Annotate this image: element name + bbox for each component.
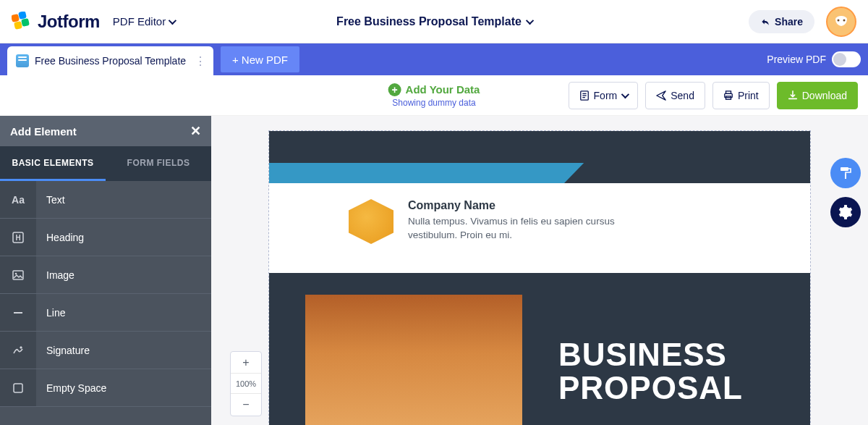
print-label: Print bbox=[738, 90, 759, 101]
brand-text: Jotform bbox=[38, 12, 100, 32]
element-label: Signature bbox=[36, 345, 90, 356]
document-tab-title: Free Business Proposal Template bbox=[35, 55, 186, 67]
download-icon bbox=[788, 91, 798, 101]
form-dropdown-button[interactable]: Form bbox=[569, 82, 639, 109]
print-icon bbox=[723, 91, 733, 101]
tab-form-fields[interactable]: FORM FIELDS bbox=[106, 146, 211, 181]
close-sidebar-button[interactable]: ✕ bbox=[190, 123, 201, 139]
logo[interactable]: Jotform bbox=[12, 12, 100, 32]
gear-icon bbox=[838, 205, 853, 219]
svg-rect-3 bbox=[21, 18, 30, 27]
plus-icon: + bbox=[232, 54, 239, 66]
element-empty-space[interactable]: Empty Space bbox=[0, 369, 211, 407]
svg-rect-1 bbox=[18, 12, 27, 20]
pdf-page[interactable]: Company Name Nulla tempus. Vivamus in fe… bbox=[268, 130, 811, 425]
svg-rect-19 bbox=[14, 384, 22, 392]
hero-title: BUSINESS PROPOSAL bbox=[558, 338, 743, 425]
avatar-icon bbox=[831, 12, 851, 32]
print-button[interactable]: Print bbox=[712, 82, 770, 109]
plus-circle-icon: + bbox=[388, 83, 401, 96]
image-icon bbox=[0, 256, 36, 293]
share-button[interactable]: Share bbox=[749, 10, 814, 33]
zoom-control: + 100% − bbox=[230, 351, 262, 416]
new-pdf-label: New PDF bbox=[242, 54, 288, 66]
editor-mode-dropdown[interactable]: PDF Editor bbox=[113, 15, 174, 28]
line-icon bbox=[0, 294, 36, 331]
settings-button[interactable] bbox=[830, 197, 861, 227]
element-heading[interactable]: HHeading bbox=[0, 219, 211, 256]
element-signature[interactable]: Signature bbox=[0, 332, 211, 369]
element-label: Text bbox=[36, 194, 65, 206]
svg-point-17 bbox=[15, 272, 17, 274]
hero-line-2: PROPOSAL bbox=[558, 371, 743, 405]
canvas[interactable]: Company Name Nulla tempus. Vivamus in fe… bbox=[211, 116, 868, 425]
company-name: Company Name bbox=[408, 199, 625, 212]
add-data-label: Add Your Data bbox=[406, 83, 480, 96]
element-text[interactable]: AaText bbox=[0, 181, 211, 219]
doc-title-dropdown[interactable]: Free Business Proposal Template bbox=[336, 15, 532, 28]
zoom-level: 100% bbox=[231, 374, 261, 394]
form-icon bbox=[579, 91, 590, 101]
svg-rect-20 bbox=[841, 167, 848, 171]
element-label: Image bbox=[36, 269, 75, 281]
paint-roller-button[interactable] bbox=[830, 158, 861, 188]
svg-rect-21 bbox=[845, 174, 846, 179]
svg-text:H: H bbox=[15, 234, 20, 242]
send-button[interactable]: Send bbox=[645, 82, 705, 109]
company-logo bbox=[349, 199, 393, 244]
sidebar-title: Add Element bbox=[10, 125, 77, 138]
hero-line-1: BUSINESS bbox=[558, 338, 743, 371]
element-sidebar: Add Element ✕ BASIC ELEMENTS FORM FIELDS… bbox=[0, 116, 211, 425]
element-label: Empty Space bbox=[36, 382, 106, 394]
download-button[interactable]: Download bbox=[777, 82, 858, 109]
form-label: Form bbox=[594, 90, 618, 101]
page-header-dark bbox=[269, 131, 810, 163]
send-label: Send bbox=[671, 90, 694, 101]
heading-icon: H bbox=[0, 219, 36, 256]
hero-image bbox=[305, 295, 522, 425]
add-data-button[interactable]: + Add Your Data bbox=[388, 83, 480, 96]
element-label: Line bbox=[36, 307, 65, 319]
doc-title: Free Business Proposal Template bbox=[336, 15, 522, 28]
zoom-in-button[interactable]: + bbox=[231, 352, 261, 374]
download-label: Download bbox=[802, 90, 847, 101]
tab-basic-elements[interactable]: BASIC ELEMENTS bbox=[0, 146, 106, 181]
preview-pdf-label: Preview PDF bbox=[767, 54, 826, 65]
text-icon: Aa bbox=[0, 181, 36, 218]
company-description: Nulla tempus. Vivamus in felis eu sapien… bbox=[408, 215, 625, 243]
avatar[interactable] bbox=[826, 7, 856, 37]
share-label: Share bbox=[775, 16, 803, 28]
paint-roller-icon bbox=[838, 166, 853, 180]
svg-point-6 bbox=[843, 19, 846, 21]
element-label: Heading bbox=[36, 232, 84, 243]
page-blue-strip bbox=[269, 163, 810, 183]
preview-toggle[interactable] bbox=[832, 51, 861, 67]
element-image[interactable]: Image bbox=[0, 256, 211, 294]
chevron-down-icon bbox=[169, 16, 176, 24]
kebab-icon[interactable]: ⋮ bbox=[195, 54, 205, 68]
share-icon bbox=[760, 17, 770, 27]
new-pdf-button[interactable]: + New PDF bbox=[221, 46, 299, 72]
chevron-down-icon bbox=[526, 16, 534, 24]
svg-rect-2 bbox=[14, 21, 22, 30]
signature-icon bbox=[0, 332, 36, 369]
svg-rect-0 bbox=[12, 14, 20, 22]
zoom-out-button[interactable]: − bbox=[231, 394, 261, 416]
send-icon bbox=[656, 91, 666, 101]
svg-rect-16 bbox=[13, 271, 23, 279]
document-tab[interactable]: Free Business Proposal Template ⋮ bbox=[7, 46, 213, 75]
svg-point-5 bbox=[838, 19, 840, 21]
chevron-down-icon bbox=[621, 90, 629, 98]
empty-space-icon bbox=[0, 369, 36, 406]
editor-mode-label: PDF Editor bbox=[113, 15, 166, 28]
dummy-data-link[interactable]: Showing dummy data bbox=[388, 98, 480, 108]
document-icon bbox=[16, 54, 29, 67]
element-line[interactable]: Line bbox=[0, 294, 211, 332]
